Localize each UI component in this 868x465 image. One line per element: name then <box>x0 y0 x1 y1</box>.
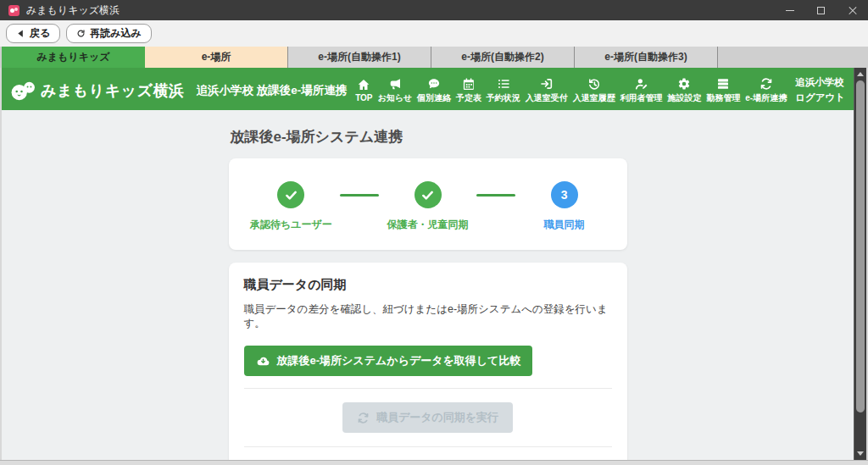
maximize-icon <box>817 7 825 14</box>
scroll-down-button[interactable] <box>854 448 866 459</box>
nav-item[interactable]: TOP <box>353 78 374 102</box>
nav-item-label: 予定表 <box>456 92 481 104</box>
step-connector <box>476 194 515 197</box>
window-controls <box>774 0 868 20</box>
back-button[interactable]: 戻る <box>6 24 60 43</box>
window-bottom-frame <box>0 460 868 465</box>
reload-button-label: 再読み込み <box>90 26 142 41</box>
scrollbar-thumb[interactable] <box>856 80 865 412</box>
nav-item[interactable]: 入退室履歴 <box>571 77 617 104</box>
app-content: みまもりキッズ横浜 追浜小学校 放課後e-場所連携 TOP お知らせ <box>2 68 854 460</box>
step-label: 承認待ちユーザー <box>250 218 332 232</box>
list-icon <box>497 77 510 91</box>
tab[interactable]: e-場所 <box>145 47 288 68</box>
step-connector <box>340 194 378 197</box>
brand-subtitle: 追浜小学校 放課後e-場所連携 <box>196 83 347 98</box>
nav-item[interactable]: 施設設定 <box>665 77 703 104</box>
nav-item-label: 施設設定 <box>667 92 701 104</box>
main-area: 放課後e-場所システム連携 承認待ちユーザー <box>2 110 854 460</box>
execute-sync-label: 職員データの同期を実行 <box>376 410 498 425</box>
scroll-up-button[interactable] <box>854 69 866 80</box>
server-icon <box>716 77 730 91</box>
maximize-button[interactable] <box>805 0 837 20</box>
check-icon <box>283 187 299 203</box>
nav-item-label: 勤務管理 <box>706 92 740 104</box>
nav-item-label: 利用者管理 <box>620 92 663 104</box>
tab[interactable]: みまもりキッズ <box>2 47 145 68</box>
nav-item[interactable]: 予約状況 <box>485 77 522 104</box>
reload-button[interactable]: 再読み込み <box>66 24 152 43</box>
tab-label: e-場所(自動操作2) <box>461 50 543 64</box>
page-title: 放課後e-場所システム連携 <box>231 127 627 147</box>
vertical-scrollbar[interactable] <box>854 68 866 460</box>
nav-item[interactable]: 入退室受付 <box>524 77 570 104</box>
step-label: 職員同期 <box>544 218 585 232</box>
minimize-button[interactable] <box>774 0 805 20</box>
comment-icon <box>427 77 441 91</box>
triangle-down-icon <box>857 451 864 456</box>
history-icon <box>587 77 601 91</box>
cloud-download-icon <box>256 354 270 368</box>
nav-item[interactable]: 勤務管理 <box>704 77 742 104</box>
step-label: 保護者・児童同期 <box>387 218 469 232</box>
stepper-step: 保護者・児童同期 <box>379 181 477 232</box>
tab-strip: みまもりキッズ e-場所 e-場所(自動操作1) e-場所(自動操作2) e-場… <box>0 47 868 68</box>
stepper-card: 承認待ちユーザー 保護者・児童同期 <box>229 158 627 250</box>
logout-label: ログアウト <box>795 91 845 105</box>
tab[interactable]: e-場所(自動操作3) <box>575 47 718 68</box>
brand-name: みまもりキッズ横浜 <box>41 80 184 101</box>
sync-icon <box>357 412 370 424</box>
close-button[interactable] <box>837 0 868 20</box>
app-frame: みまもりキッズ横浜 追浜小学校 放課後e-場所連携 TOP お知らせ <box>0 68 868 460</box>
stepper: 承認待ちユーザー 保護者・児童同期 <box>242 181 614 232</box>
tab-label: e-場所(自動操作3) <box>604 50 687 64</box>
school-name: 追浜小学校 <box>795 75 845 90</box>
nav-item-label: 予約状況 <box>487 92 520 104</box>
brand-logo-icon <box>10 80 36 101</box>
step-circle: 3 <box>551 181 578 208</box>
app-icon <box>8 5 19 16</box>
fetch-compare-button[interactable]: 放課後e-場所システムからデータを取得して比較 <box>244 346 533 376</box>
tab[interactable]: e-場所(自動操作2) <box>431 47 575 68</box>
sign-in-icon <box>540 77 554 91</box>
tab-label: みまもりキッズ <box>37 50 110 64</box>
app-navbar: みまもりキッズ横浜 追浜小学校 放課後e-場所連携 TOP お知らせ <box>2 70 854 110</box>
logout-button[interactable]: 追浜小学校 ログアウト <box>795 75 845 105</box>
step-circle <box>415 181 442 208</box>
nav-item-label: 入退室履歴 <box>573 92 615 104</box>
divider <box>244 446 612 447</box>
window-titlebar: みまもりキッズ横浜 <box>0 0 868 20</box>
reload-icon <box>76 29 86 38</box>
staff-sync-card: 職員データの同期 職員データの差分を確認し、紐づけまたはe-場所システムへの登録… <box>229 263 627 460</box>
brand: みまもりキッズ横浜 追浜小学校 放課後e-場所連携 <box>10 80 347 101</box>
nav-item-label: e-場所連携 <box>745 92 787 104</box>
tab-label: e-場所(自動操作1) <box>318 50 400 64</box>
nav-item-label: 個別連絡 <box>417 92 451 104</box>
nav-item[interactable]: 個別連絡 <box>415 77 453 104</box>
step-circle <box>277 181 304 208</box>
step-number: 3 <box>561 188 568 202</box>
gear-icon <box>677 77 691 91</box>
stepper-step: 承認待ちユーザー <box>242 181 341 232</box>
nav-item-label: お知らせ <box>377 92 412 104</box>
back-triangle-icon <box>16 29 25 38</box>
tab[interactable]: e-場所(自動操作1) <box>288 47 431 68</box>
triangle-up-icon <box>857 72 864 76</box>
nav-item-label: TOP <box>355 93 372 102</box>
user-pen-icon <box>635 77 648 91</box>
browser-toolbar: 戻る 再読み込み <box>0 20 868 47</box>
nav-items: TOP お知らせ 個別連絡 予定表 <box>352 77 790 104</box>
fetch-compare-label: 放課後e-場所システムからデータを取得して比較 <box>277 353 521 368</box>
card-description: 職員データの差分を確認し、紐づけまたはe-場所システムへの登録を行います。 <box>244 302 612 331</box>
execute-sync-button[interactable]: 職員データの同期を実行 <box>342 402 513 433</box>
bullhorn-icon <box>388 77 402 91</box>
tab-label: e-場所 <box>202 50 231 64</box>
divider <box>244 388 612 389</box>
back-button-label: 戻る <box>30 26 50 41</box>
close-icon <box>848 5 858 15</box>
nav-item[interactable]: e-場所連携 <box>743 77 788 104</box>
nav-item[interactable]: 利用者管理 <box>619 77 665 104</box>
nav-item[interactable]: お知らせ <box>376 77 414 104</box>
nav-item[interactable]: 予定表 <box>454 77 483 104</box>
calendar-icon <box>462 77 476 91</box>
